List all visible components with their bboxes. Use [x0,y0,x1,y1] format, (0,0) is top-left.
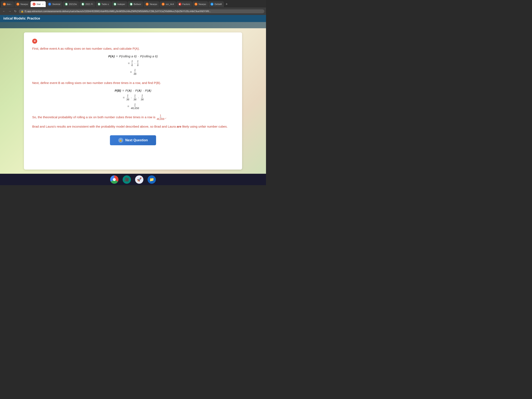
files-icon-label: 📁 [149,177,154,182]
next-btn-container: 🔒 Next Question [32,135,234,145]
pb-eq3-row: = 1 46,656 [32,103,234,110]
error-icon: ✕ [32,39,37,44]
tab-deltam[interactable]: Δ DeltaM [209,1,224,7]
pb-frac2-den: 36 [133,98,136,101]
tab-stat[interactable]: e Stat ✕ [31,1,46,7]
tab-nearpo1[interactable]: N Nearpo [14,1,30,7]
conclusion-frac-num: 1 [160,114,161,117]
pb-pa3: P(A) [145,89,151,92]
pb-frac3: 1 36 [141,94,144,101]
tab-2021fi[interactable]: 📄 2021 Fi [79,1,95,7]
tab-label-nearpo2: Nearpo [150,3,157,5]
tab-label-2021de: 2021De [69,3,77,5]
pb-dot2: · [143,89,144,92]
pb-frac1-num: 1 [127,94,128,98]
launcher-icon-label: 🚀 [137,177,141,182]
pb-eq2-dot2: · [138,96,139,99]
url-bar[interactable]: 🔒 f1.app.edmentum.com/assessments-delive… [19,9,264,13]
pb-frac4-den: 46,656 [131,106,139,110]
tab-label-stat: Stat [37,3,41,5]
answer-card: ✕ First, define event A as rolling sixes… [24,32,242,170]
pa-eq3-row: = 1 36 [32,68,234,76]
pa-eq1-dot: · [138,54,139,58]
pa-frac3: 1 36 [133,68,136,76]
tab-icon-2021fi: 📄 [82,3,84,6]
pa-frac2-den: 6 [137,63,138,67]
taskbar-meet-icon[interactable]: 🎥 [123,175,131,184]
tab-label-nearpo1: Nearpo [20,3,28,5]
tab-box[interactable]: N box - [1,1,14,7]
tab-icon-2021de: 📄 [65,3,68,6]
conclusion1: So, the theoretical probability of rolli… [32,114,234,121]
pa-frac1-den: 6 [131,63,133,67]
conclusion2-part1: Brad and Laura's results are inconsisten… [32,125,176,128]
pa-eq1-text: P(rolling a 6) [119,54,137,58]
pa-frac3-den: 36 [133,72,136,76]
conclusion2-part2: likely using unfair number cubes. [182,125,228,128]
lock-icon: 🔒 [21,10,24,13]
address-bar: ← → ↻ 🔒 f1.app.edmentum.com/assessments-… [0,7,266,15]
section1-equation1: P(A) = P(rolling a 6) · P(rolling a 6) =… [32,54,234,76]
back-button[interactable]: ← [2,9,6,13]
tab-close-stat[interactable]: ✕ [42,3,44,5]
tab-ocr[interactable]: N ocr_4c4 [160,1,176,7]
tab-label-2021fi: 2021 Fi [85,3,93,5]
tab-label-deltam: DeltaM [215,3,222,5]
pa-label: P(A) [108,54,115,58]
pb-dot1: · [133,89,134,92]
forward-button[interactable]: → [7,9,12,13]
tab-label-indeper: Indeper [117,3,125,5]
app-title: istical Models: Practice [3,17,40,20]
tab-table[interactable]: 📄 Table o [95,1,111,7]
meet-icon-label: 🎥 [125,177,129,182]
next-btn-icon: 🔒 [118,138,123,143]
refresh-button[interactable]: ↻ [13,9,18,13]
tab-label-table: Table o [102,3,109,5]
pa-frac3-num: 1 [134,68,136,72]
pb-frac2-num: 1 [134,94,136,98]
tab-bar: N box - N Nearpo e Stat ✕ S Skeletal 📄 2… [0,0,266,7]
pa-eq1-text2: P(rolling a 6) [140,54,158,58]
pb-eq2-row: = 1 36 · 1 36 · 1 36 [32,94,234,101]
pb-label: P(B) [115,89,121,92]
tab-factors[interactable]: ▶ Factors [177,1,192,7]
section1-intro: First, define event A as rolling sixes o… [32,46,234,51]
tab-icon-indeper: 📄 [114,3,116,6]
tab-icon-ocr: N [162,3,165,6]
pb-frac1: 1 36 [126,94,129,101]
pa-eq2-equals: = [128,62,130,65]
pa-eq1-row: P(A) = P(rolling a 6) · P(rolling a 6) [32,54,234,58]
conclusion-frac: 1 46,656 [157,114,164,121]
new-tab-button[interactable]: + [224,2,229,6]
pa-eq2-row: = 1 6 · 1 6 [32,60,234,67]
url-text: f1.app.edmentum.com/assessments-delivery… [25,10,211,13]
conclusion2-bold: are [177,125,181,128]
browser-chrome: N box - N Nearpo e Stat ✕ S Skeletal 📄 2… [0,0,266,15]
next-btn-label: Next Question [125,138,148,142]
tab-icon-bellwor: 📄 [130,3,133,6]
tab-icon-factors: ▶ [178,3,181,6]
tab-nearpo2[interactable]: N Nearpo [144,1,159,7]
tab-icon-nearpo1: N [16,3,19,6]
pb-eq1-row: P(B) = P(A) · P(A) · P(A) [32,89,234,92]
pb-eq3-equals: = [127,105,129,108]
tab-skeletal[interactable]: S Skeletal [46,1,62,7]
tab-icon-deltam: Δ [210,3,213,6]
tab-2021de[interactable]: 📄 2021De [63,1,79,7]
pb-frac4-num: 1 [134,103,136,107]
blur-banner [0,22,266,28]
tab-label-box: box - [7,3,12,5]
tab-indeper[interactable]: 📄 Indeper [111,1,127,7]
pa-frac2: 1 6 [137,60,138,67]
taskbar-chrome-icon[interactable] [110,175,119,184]
tab-icon-nearpo2: N [146,3,149,6]
next-question-button[interactable]: 🔒 Next Question [110,135,156,145]
tab-icon-nearpo3: N [195,3,197,6]
pb-frac3-den: 36 [141,98,144,101]
pb-frac2: 1 36 [133,94,136,101]
taskbar-launcher-icon[interactable]: 🚀 [135,175,143,184]
tab-nearpo3[interactable]: N Nearpo [192,1,208,7]
taskbar-files-icon[interactable]: 📁 [147,175,156,184]
pb-eq2-dot1: · [131,96,132,99]
tab-bellwor[interactable]: 📄 Bellwor [128,1,143,7]
